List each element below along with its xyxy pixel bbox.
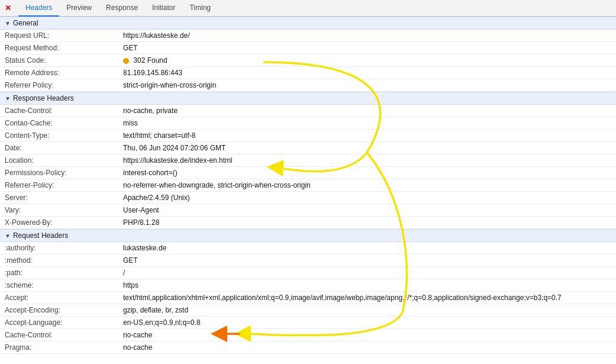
row-accept: Accept: text/html,application/xhtml+xml,… xyxy=(0,292,616,304)
row-content-type: Content-Type: text/html; charset=utf-8 xyxy=(0,130,616,142)
section-response-headers-header: ▼ Response Headers xyxy=(0,92,616,105)
row-pragma: Pragma: no-cache xyxy=(0,342,616,354)
section-request-headers-arrow: ▼ xyxy=(5,233,11,239)
key-cache-control-req: Cache-Control: xyxy=(5,331,123,339)
val-remote-address: 81.169.145.86:443 xyxy=(123,69,611,77)
row-request-url: Request URL: https://lukasteske.de/ xyxy=(0,30,616,42)
key-contao-cache: Contao-Cache: xyxy=(5,119,123,127)
key-cache-control-resp: Cache-Control: xyxy=(5,107,123,115)
status-dot xyxy=(123,58,129,64)
row-path: :path: / xyxy=(0,267,616,279)
key-accept-language: Accept-Language: xyxy=(5,318,123,327)
row-accept-language: Accept-Language: en-US,en;q=0.9,nl;q=0.8 xyxy=(0,317,616,329)
key-permissions-policy: Permissions-Policy: xyxy=(5,169,123,177)
key-method: :method: xyxy=(5,256,123,265)
section-general-header: ▼ General xyxy=(0,17,616,30)
section-response-headers-label: Response Headers xyxy=(13,94,74,102)
val-accept: text/html,application/xhtml+xml,applicat… xyxy=(123,294,611,302)
tab-initiator[interactable]: Initiator xyxy=(145,0,182,17)
section-request-headers-header: ▼ Request Headers xyxy=(0,229,616,242)
row-cache-control-resp: Cache-Control: no-cache, private xyxy=(0,105,616,117)
val-request-url: https://lukasteske.de/ xyxy=(123,31,611,40)
key-vary: Vary: xyxy=(5,206,123,214)
tab-preview[interactable]: Preview xyxy=(59,0,99,17)
val-contao-cache: miss xyxy=(123,119,611,127)
content-area: ▼ General Request URL: https://lukastesk… xyxy=(0,17,616,364)
key-date: Date: xyxy=(5,144,123,152)
val-x-powered-by: PHP/8.1.28 xyxy=(123,218,611,227)
section-general-label: General xyxy=(13,19,38,27)
key-accept: Accept: xyxy=(5,294,123,302)
val-date: Thu, 06 Jun 2024 07:20:06 GMT xyxy=(123,144,611,152)
row-server: Server: Apache/2.4.59 (Unix) xyxy=(0,192,616,204)
val-cache-control-resp: no-cache, private xyxy=(123,107,611,115)
val-cache-control-req: no-cache xyxy=(123,331,611,339)
key-request-url: Request URL: xyxy=(5,31,123,40)
row-accept-encoding: Accept-Encoding: gzip, deflate, br, zstd xyxy=(0,304,616,317)
val-content-type: text/html; charset=utf-8 xyxy=(123,131,611,140)
section-request-headers-label: Request Headers xyxy=(13,231,68,240)
tab-timing[interactable]: Timing xyxy=(182,0,218,17)
tab-response[interactable]: Response xyxy=(99,0,145,17)
row-location: Location: https://lukasteske.de/index-en… xyxy=(0,154,616,167)
val-path: / xyxy=(123,269,611,277)
key-pragma: Pragma: xyxy=(5,343,123,352)
key-location: Location: xyxy=(5,156,123,165)
val-location: https://lukasteske.de/index-en.html xyxy=(123,156,611,165)
tab-bar: ✕ Headers Preview Response Initiator Tim… xyxy=(0,0,616,17)
row-scheme: :scheme: https xyxy=(0,279,616,292)
val-server: Apache/2.4.59 (Unix) xyxy=(123,194,611,202)
val-pragma: no-cache xyxy=(123,343,611,352)
row-referrer-policy: Referrer Policy: strict-origin-when-cros… xyxy=(0,79,616,92)
val-accept-language: en-US,en;q=0.9,nl;q=0.8 xyxy=(123,318,611,327)
section-response-headers-arrow: ▼ xyxy=(5,95,11,102)
row-referrer-policy-resp: Referrer-Policy: no-referrer-when-downgr… xyxy=(0,179,616,192)
val-permissions-policy: interest-cohort=() xyxy=(123,169,611,177)
val-referrer-policy-resp: no-referrer-when-downgrade, strict-origi… xyxy=(123,181,611,189)
val-request-method: GET xyxy=(123,44,611,52)
row-cache-control-req: Cache-Control: no-cache xyxy=(0,329,616,342)
row-date: Date: Thu, 06 Jun 2024 07:20:06 GMT xyxy=(0,142,616,154)
row-status-code: Status Code: 302 Found xyxy=(0,54,616,67)
row-remote-address: Remote Address: 81.169.145.86:443 xyxy=(0,67,616,79)
key-authority: :authority: xyxy=(5,244,123,252)
row-permissions-policy: Permissions-Policy: interest-cohort=() xyxy=(0,167,616,179)
key-x-powered-by: X-Powered-By: xyxy=(5,218,123,227)
key-accept-encoding: Accept-Encoding: xyxy=(5,306,123,314)
section-general-arrow: ▼ xyxy=(5,20,11,27)
close-button[interactable]: ✕ xyxy=(2,2,14,14)
key-status-code: Status Code: xyxy=(5,56,123,65)
row-method: :method: GET xyxy=(0,255,616,267)
key-referrer-policy-resp: Referrer-Policy: xyxy=(5,181,123,189)
tab-headers[interactable]: Headers xyxy=(18,0,59,17)
key-path: :path: xyxy=(5,269,123,277)
row-vary: Vary: User-Agent xyxy=(0,204,616,217)
row-request-method: Request Method: GET xyxy=(0,42,616,54)
key-request-method: Request Method: xyxy=(5,44,123,52)
val-accept-encoding: gzip, deflate, br, zstd xyxy=(123,306,611,314)
row-contao-cache: Contao-Cache: miss xyxy=(0,117,616,130)
key-referrer-policy: Referrer Policy: xyxy=(5,81,123,89)
key-server: Server: xyxy=(5,194,123,202)
val-authority: lukasteske.de xyxy=(123,244,611,252)
val-status-code: 302 Found xyxy=(123,56,611,65)
val-scheme: https xyxy=(123,281,611,289)
val-referrer-policy: strict-origin-when-cross-origin xyxy=(123,81,611,89)
row-authority: :authority: lukasteske.de xyxy=(0,242,616,255)
row-x-powered-by: X-Powered-By: PHP/8.1.28 xyxy=(0,217,616,229)
key-content-type: Content-Type: xyxy=(5,131,123,140)
key-scheme: :scheme: xyxy=(5,281,123,289)
key-remote-address: Remote Address: xyxy=(5,69,123,77)
val-method: GET xyxy=(123,256,611,265)
val-vary: User-Agent xyxy=(123,206,611,214)
